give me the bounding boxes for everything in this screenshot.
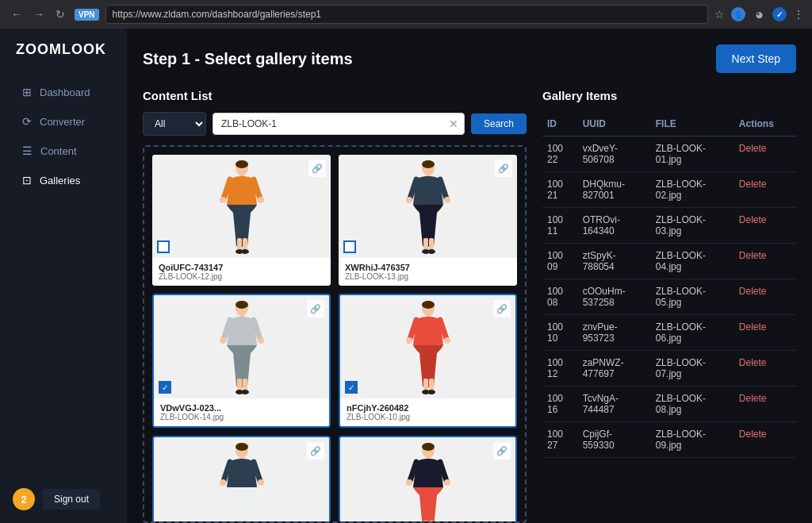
filter-select[interactable]: All [143,112,206,136]
sidebar-item-converter[interactable]: ⟳ Converter [6,107,121,136]
link-icon: 🔗 [493,300,511,317]
url-text: https://www.zldam.com/dashboard/gallerie… [113,9,321,20]
link-icon: 🔗 [307,300,324,317]
svg-point-35 [427,390,435,394]
svg-point-17 [427,249,435,254]
extension-icon-1[interactable]: 👤 [731,7,745,21]
sidebar-item-galleries[interactable]: ⊡ Galleries [6,166,121,194]
sign-out-button[interactable]: Sign out [43,489,100,510]
delete-button-1[interactable]: Delete [739,179,767,190]
card-checkbox[interactable] [159,381,171,394]
gallery-panel: Gallery Items IDUUIDFILEActions 10022 vx… [542,89,796,523]
gallery-panel-title: Gallery Items [542,89,796,102]
row-uuid: ztSpyK-788054 [578,244,651,279]
delete-button-3[interactable]: Delete [739,250,767,261]
link-icon: 🔗 [308,160,326,177]
extension-icon-3[interactable]: ✓ [772,7,787,21]
link-icon: 🔗 [495,160,512,177]
row-file: ZLB-LOOK-05.jpg [651,279,734,315]
main-content: Step 1 - Select gallery items Next Step … [127,29,812,523]
search-clear-icon[interactable]: ✕ [449,117,458,130]
browser-nav-controls[interactable]: ← → ↻ [8,6,68,22]
svg-point-1 [236,160,248,168]
panels-container: Content List All ✕ Search [143,89,796,523]
row-actions: Delete [734,208,796,244]
page-title: Step 1 - Select gallery items [143,50,353,68]
row-file: ZLB-LOOK-06.jpg [651,315,734,351]
gallery-row-6: 10012 zaPNWZ-477697 ZLB-LOOK-07.jpg Dele… [542,351,796,386]
extension-icon-2[interactable]: ◕ [752,7,766,21]
star-icon[interactable]: ☆ [714,8,725,21]
row-actions: Delete [734,386,796,422]
content-panel: Content List All ✕ Search [143,89,527,523]
search-input[interactable] [213,113,465,135]
nav-icon-galleries: ⊡ [22,174,32,187]
gallery-row-2: 10011 OTROvi-164340 ZLB-LOOK-03.jpg Dele… [542,208,796,244]
row-uuid: cOOuHm-537258 [578,279,651,315]
menu-icon[interactable]: ⋮ [793,8,804,21]
image-card-img4[interactable]: 🔗 nFCjhY-260482 ZLB-LOOK-10.jpg [339,294,517,428]
card-checkbox[interactable] [345,381,358,394]
card-checkbox[interactable] [157,240,170,253]
delete-button-2[interactable]: Delete [739,214,767,225]
nav-label-dashboard: Dashboard [40,87,90,98]
row-file: ZLB-LOOK-02.jpg [651,172,734,208]
sidebar-item-content[interactable]: ☰ Content [6,137,121,165]
gallery-scroll: IDUUIDFILEActions 10022 vxDveY-506708 ZL… [542,112,796,523]
nav-label-converter: Converter [40,116,85,128]
svg-point-48 [406,479,412,486]
image-card-img2[interactable]: 🔗 XWRhiJ-476357 ZLB-LOOK-13.jpg [339,155,517,286]
svg-point-30 [406,337,412,344]
row-actions: Delete [734,422,796,458]
row-uuid: znvPue-953723 [578,315,651,351]
svg-point-46 [422,443,435,451]
image-card-img1[interactable]: 🔗 QoiUFC-743147 ZLB-LOOK-12.jpg [152,155,331,286]
svg-point-26 [241,390,249,394]
card-checkbox[interactable] [343,240,356,253]
image-card-img6[interactable]: 🔗 RThGpU-1794... ZLB-LOOK-13.jpg [339,436,517,523]
gallery-table: IDUUIDFILEActions 10022 vxDveY-506708 ZL… [542,112,796,458]
next-step-button[interactable]: Next Step [716,44,796,73]
search-button[interactable]: Search [471,113,527,134]
svg-point-49 [444,479,450,486]
svg-point-12 [406,197,412,203]
gallery-row-7: 10016 TcvNgA-744487 ZLB-LOOK-08.jpg Dele… [542,386,796,422]
svg-rect-15 [429,238,434,251]
card-subtitle: ZLB-LOOK-13.jpg [345,272,511,281]
svg-point-8 [241,249,249,254]
delete-button-5[interactable]: Delete [739,321,767,333]
svg-point-21 [220,337,226,344]
gallery-row-3: 10009 ztSpyK-788054 ZLB-LOOK-04.jpg Dele… [542,244,796,279]
vpn-badge: VPN [75,9,99,21]
svg-rect-24 [243,379,247,391]
delete-button-6[interactable]: Delete [739,357,767,368]
card-image-area: 🔗 [340,295,515,398]
gallery-row-0: 10022 vxDveY-506708 ZLB-LOOK-01.jpg Dele… [542,137,796,172]
nav-label-content: Content [40,145,77,157]
forward-button[interactable]: → [30,6,48,22]
gallery-row-1: 10021 DHQkmu-827001 ZLB-LOOK-02.jpg Dele… [542,172,796,208]
delete-button-8[interactable]: Delete [739,429,767,440]
svg-rect-32 [423,379,428,391]
gallery-col-uuid: UUID [578,112,651,137]
gallery-table-header: IDUUIDFILEActions [542,112,796,137]
row-id: 10009 [542,244,578,279]
page-header: Step 1 - Select gallery items Next Step [143,44,796,73]
svg-point-31 [444,337,450,344]
reload-button[interactable]: ↻ [52,6,68,22]
svg-point-13 [444,197,450,203]
delete-button-7[interactable]: Delete [739,393,767,404]
card-title: QoiUFC-743147 [159,263,324,272]
sidebar-item-dashboard[interactable]: ⊞ Dashboard [6,78,121,106]
user-badge: 2 [13,488,35,510]
back-button[interactable]: ← [8,6,25,22]
row-uuid: vxDveY-506708 [578,137,651,172]
delete-button-0[interactable]: Delete [739,143,767,154]
delete-button-4[interactable]: Delete [739,286,767,297]
svg-point-10 [422,160,435,168]
image-card-img5[interactable]: 🔗 LvnqZZ-9675... ZLB-LOOK-15.jpg [152,436,331,523]
url-bar[interactable]: https://www.zldam.com/dashboard/gallerie… [105,5,708,24]
image-card-img3[interactable]: 🔗 VDwVGJ-023... ZLB-LOOK-14.jpg [152,294,331,428]
gallery-col-actions: Actions [734,112,796,137]
svg-point-22 [258,337,264,344]
